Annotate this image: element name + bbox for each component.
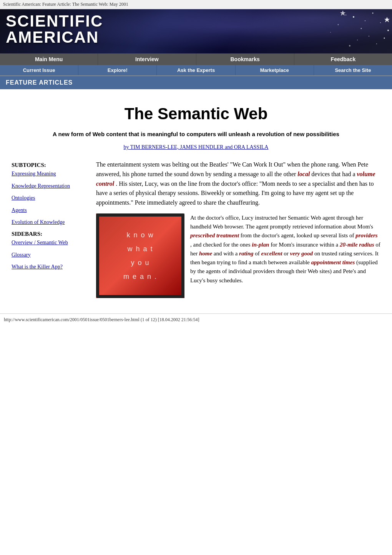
- italic-20-mile-radius: 20-mile radius: [340, 242, 374, 248]
- logo-text: SCIENTIFIC AMERICAN: [6, 13, 386, 45]
- feature-articles-label: FEATURE ARTICLES: [6, 79, 73, 86]
- feature-articles-bar: FEATURE ARTICLES: [0, 75, 392, 89]
- body-text-right: At the doctor's office, Lucy instructed …: [190, 213, 380, 298]
- nav-interview[interactable]: Interview: [98, 53, 196, 65]
- italic-local: local: [297, 171, 310, 177]
- sidebar-link-agents[interactable]: Agents: [12, 207, 88, 214]
- nav-marketplace[interactable]: Marketplace: [236, 65, 314, 75]
- header-banner: SCIENTIFIC AMERICAN: [0, 9, 392, 53]
- article-body: The entertainment system was belting out…: [96, 160, 380, 298]
- sidebar-link-expressing-meaning[interactable]: Expressing Meaning: [12, 170, 88, 178]
- sidebar-link-ontologies[interactable]: Ontologies: [12, 194, 88, 202]
- article-author: by TIM BERNERS-LEE, JAMES HENDLER and OR…: [12, 144, 380, 150]
- nav-main-menu[interactable]: Main Menu: [0, 53, 98, 65]
- italic-home: home: [199, 250, 212, 257]
- tab-title: Scientific American: Feature Article: Th…: [3, 2, 128, 7]
- body-image-row: k n o w w h a t y o u m e a n . At the d…: [96, 213, 380, 298]
- sidebar-link-killer-app[interactable]: What is the Killer App?: [12, 263, 88, 271]
- italic-prescribed-treatment: prescribed treatment: [190, 232, 239, 238]
- main-content: The Semantic Web A new form of Web conte…: [0, 89, 392, 306]
- nav-current-issue[interactable]: Current Issue: [0, 65, 78, 75]
- article-title: The Semantic Web: [12, 105, 380, 123]
- browser-tab-bar: Scientific American: Feature Article: Th…: [0, 0, 392, 9]
- author-link[interactable]: by TIM BERNERS-LEE, JAMES HENDLER and OR…: [124, 144, 269, 150]
- footer-url: http://www.scientificamerican.com/2001/0…: [4, 317, 199, 322]
- nav-bookmarks[interactable]: Bookmarks: [196, 53, 294, 65]
- italic-appointment-times: appointment times: [311, 259, 355, 265]
- sidebars-label: SIDEBARS:: [12, 231, 88, 237]
- nav-top-bar: Main Menu Interview Bookmarks Feedback: [0, 53, 392, 65]
- sidebar-link-evolution-knowledge[interactable]: Evolution of Knowledge: [12, 218, 88, 226]
- italic-rating: rating: [239, 250, 254, 257]
- nav-search-site[interactable]: Search the Site: [314, 65, 392, 75]
- svg-point-5: [387, 30, 389, 31]
- sidebar: SUBTOPICS: Expressing Meaning Knowledge …: [12, 160, 88, 298]
- sidebar-link-knowledge-representation[interactable]: Knowledge Representation: [12, 182, 88, 190]
- nav-explore[interactable]: Explore!: [78, 65, 157, 75]
- italic-providers: providers: [355, 232, 378, 238]
- two-column-layout: SUBTOPICS: Expressing Meaning Knowledge …: [12, 160, 380, 298]
- page-footer: http://www.scientificamerican.com/2001/0…: [0, 313, 392, 326]
- article-subtitle: A new form of Web content that is meanin…: [12, 130, 380, 138]
- nav-ask-experts[interactable]: Ask the Experts: [157, 65, 235, 75]
- sidebar-link-glossary[interactable]: Glossary: [12, 251, 88, 259]
- italic-very-good: very good: [290, 250, 313, 257]
- italic-in-plan: in-plan: [252, 242, 269, 248]
- italic-excellent: excellent: [261, 250, 282, 257]
- nav-feedback[interactable]: Feedback: [294, 53, 392, 65]
- body-paragraph-1: The entertainment system was belting out…: [96, 160, 380, 208]
- image-text: k n o w w h a t y o u m e a n .: [123, 228, 157, 283]
- nav-bottom-bar: Current Issue Explore! Ask the Experts M…: [0, 65, 392, 75]
- body-image: k n o w w h a t y o u m e a n .: [96, 213, 184, 298]
- subtopics-label: SUBTOPICS:: [12, 162, 88, 168]
- sidebar-link-overview-semantic-web[interactable]: Overview / Semantic Web: [12, 239, 88, 247]
